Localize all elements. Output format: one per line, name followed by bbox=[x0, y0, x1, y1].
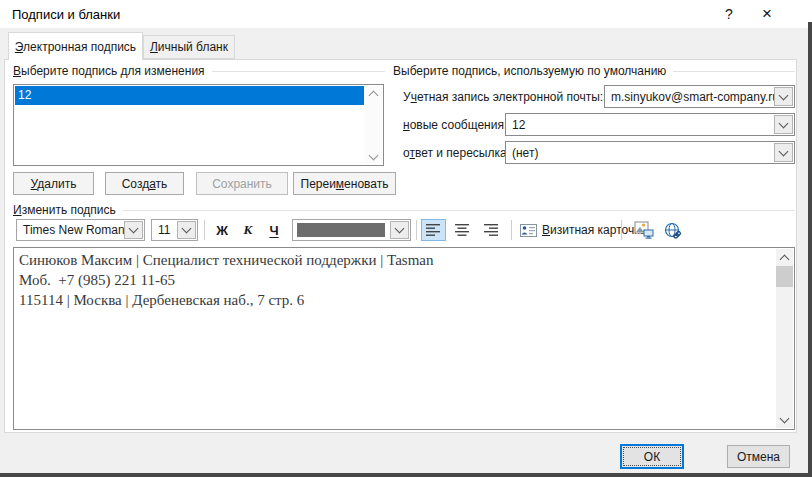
title-bar: Подписи и бланки ? × bbox=[0, 0, 812, 28]
ok-label: ОК bbox=[644, 450, 660, 464]
underline-icon: Ч bbox=[269, 223, 278, 238]
signature-editor[interactable]: Синюков Максим | Специалист технической … bbox=[13, 247, 795, 430]
email-account-value: m.sinyukov@smart-company.ru bbox=[611, 90, 779, 104]
font-name-value: Times New Roman bbox=[23, 223, 125, 237]
align-left-icon bbox=[426, 224, 441, 236]
editor-scrollbar[interactable] bbox=[776, 249, 793, 428]
email-account-label: Учетная запись электронной почты: bbox=[403, 90, 603, 104]
group-rule bbox=[673, 71, 795, 72]
scroll-up-button[interactable] bbox=[776, 249, 793, 265]
ok-button[interactable]: ОК bbox=[620, 444, 684, 469]
toolbar-separator bbox=[416, 220, 417, 240]
select-signature-group-header: Выберите подпись для изменения bbox=[13, 63, 385, 78]
chevron-down-icon[interactable] bbox=[774, 143, 793, 162]
cancel-button[interactable]: Отмена bbox=[727, 445, 790, 468]
rename-button[interactable]: Переименовать bbox=[293, 172, 396, 195]
chevron-down-icon[interactable] bbox=[177, 221, 196, 239]
dialog-title: Подписи и бланки bbox=[12, 7, 120, 22]
signature-line: Синюков Максим | Специалист технической … bbox=[19, 250, 772, 270]
group-rule bbox=[123, 210, 795, 211]
chevron-down-icon bbox=[369, 150, 379, 160]
replies-forwards-combo[interactable]: (нет) bbox=[505, 141, 795, 164]
email-account-combo[interactable]: m.sinyukov@smart-company.ru bbox=[604, 85, 795, 108]
signature-line: Моб. +7 (985) 221 11-65 bbox=[19, 270, 772, 290]
close-button[interactable]: × bbox=[748, 0, 786, 28]
rename-label: Переименовать bbox=[301, 177, 389, 191]
replies-forwards-label: ответ и пересылка: bbox=[403, 146, 510, 160]
toolbar-separator bbox=[621, 220, 622, 240]
delete-button[interactable]: Удалить bbox=[13, 172, 94, 195]
signature-line: 115114 | Москва | Дербеневская наб., 7 с… bbox=[19, 290, 772, 310]
replies-forwards-value: (нет) bbox=[512, 146, 538, 160]
signatures-dialog: Подписи и бланки ? × Электронная подпись… bbox=[0, 0, 812, 477]
chevron-down-icon[interactable] bbox=[774, 115, 793, 134]
new-messages-value: 12 bbox=[512, 118, 525, 132]
font-color-combo[interactable] bbox=[292, 219, 411, 241]
list-scrollbar[interactable] bbox=[365, 86, 382, 164]
toolbar-separator bbox=[511, 220, 512, 240]
tab-electronic-signature[interactable]: Электронная подпись bbox=[8, 32, 143, 60]
new-messages-combo[interactable]: 12 bbox=[505, 113, 795, 136]
font-color-swatch bbox=[297, 223, 385, 237]
align-right-icon bbox=[484, 224, 499, 236]
scroll-up-button[interactable] bbox=[365, 86, 382, 101]
align-left-button[interactable] bbox=[421, 219, 446, 241]
font-size-value: 11 bbox=[158, 223, 170, 237]
insert-hyperlink-icon bbox=[663, 222, 683, 239]
italic-icon: К bbox=[244, 222, 253, 238]
underline-button[interactable]: Ч bbox=[262, 219, 286, 241]
bold-button[interactable]: Ж bbox=[210, 219, 234, 241]
align-center-button[interactable] bbox=[450, 219, 475, 241]
tab-label: Личный бланк bbox=[150, 40, 228, 54]
signature-text: Синюков Максим | Специалист технической … bbox=[19, 250, 772, 310]
delete-label: Удалить bbox=[31, 177, 77, 191]
cancel-label: Отмена bbox=[737, 450, 780, 464]
business-card-icon bbox=[520, 224, 537, 237]
insert-hyperlink-button[interactable] bbox=[659, 218, 686, 242]
italic-button[interactable]: К bbox=[236, 219, 260, 241]
scroll-down-button[interactable] bbox=[365, 149, 382, 164]
background-edge bbox=[0, 473, 812, 477]
font-name-combo[interactable]: Times New Roman bbox=[16, 219, 145, 241]
save-label: Сохранить bbox=[212, 177, 272, 191]
close-icon: × bbox=[762, 4, 772, 24]
toolbar-separator bbox=[204, 220, 205, 240]
edit-signature-group-header: Изменить подпись bbox=[13, 202, 795, 217]
align-right-button[interactable] bbox=[479, 219, 504, 241]
tab-label: Электронная подпись bbox=[15, 40, 136, 54]
help-button[interactable]: ? bbox=[710, 0, 748, 28]
insert-picture-icon bbox=[634, 221, 654, 239]
signature-listbox[interactable]: 12 bbox=[13, 84, 384, 166]
chevron-down-icon[interactable] bbox=[390, 221, 409, 239]
insert-picture-button[interactable] bbox=[630, 218, 657, 242]
chevron-down-icon[interactable] bbox=[774, 87, 793, 106]
chevron-up-icon bbox=[780, 254, 790, 264]
font-size-combo[interactable]: 11 bbox=[151, 219, 198, 241]
align-center-icon bbox=[455, 224, 470, 236]
create-button[interactable]: Создать bbox=[105, 172, 184, 195]
chevron-up-icon bbox=[369, 91, 379, 101]
chevron-down-icon[interactable] bbox=[124, 221, 143, 239]
tab-personal-stationery[interactable]: Личный бланк bbox=[143, 35, 235, 59]
scrollbar-thumb[interactable] bbox=[776, 266, 793, 287]
help-icon: ? bbox=[725, 6, 733, 22]
create-label: Создать bbox=[122, 177, 168, 191]
scroll-down-button[interactable] bbox=[776, 412, 793, 428]
new-messages-label: новые сообщения: bbox=[403, 118, 507, 132]
save-button-disabled[interactable]: Сохранить bbox=[196, 172, 288, 195]
list-item-selected[interactable]: 12 bbox=[15, 86, 364, 105]
bold-icon: Ж bbox=[216, 223, 228, 238]
background-edge bbox=[808, 22, 812, 477]
default-signature-group-header: Выберите подпись, используемую по умолча… bbox=[393, 63, 795, 78]
group-rule bbox=[212, 71, 385, 72]
chevron-down-icon bbox=[780, 414, 790, 424]
